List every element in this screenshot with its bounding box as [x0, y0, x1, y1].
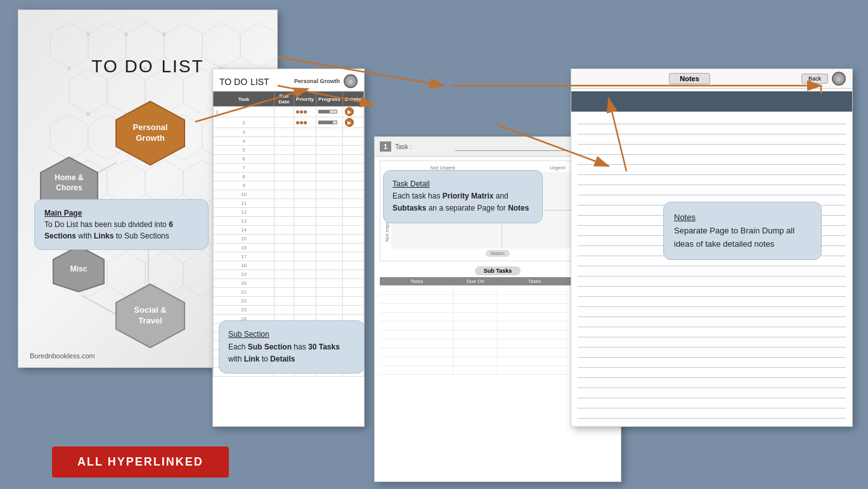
callout-sub-section: Sub Section Each Sub Section has 30 Task… [219, 320, 365, 374]
todo-row-progress [316, 146, 343, 155]
todo-row-date [274, 181, 294, 190]
todo-row-date [274, 261, 294, 270]
todo-row-priority [294, 244, 316, 252]
todo-row-details[interactable] [342, 252, 363, 261]
todo-row[interactable]: 20 [214, 279, 364, 288]
todo-row-details[interactable] [342, 306, 363, 315]
todo-row-progress [316, 244, 343, 252]
todo-row-progress [316, 208, 343, 217]
callout-main-title: Main Page [44, 209, 82, 218]
notes-line [578, 277, 846, 287]
todo-row-details[interactable] [342, 208, 363, 217]
todo-row[interactable]: 9 [214, 181, 364, 190]
todo-row-progress [316, 217, 343, 226]
todo-row[interactable]: 2▶ [214, 117, 364, 128]
subtask-cell [498, 295, 571, 303]
hex-misc[interactable]: Misc [50, 244, 107, 294]
todo-row-details[interactable] [342, 235, 363, 244]
notes-back-button[interactable]: Back [801, 74, 828, 84]
todo-row[interactable]: 4 [214, 137, 364, 146]
todo-row-details[interactable] [342, 146, 363, 155]
subtask-cell [453, 313, 498, 321]
todo-row-details[interactable] [342, 270, 363, 279]
todo-row-details[interactable]: ▶ [342, 107, 363, 117]
hex-social-travel[interactable]: Social &Travel [112, 282, 188, 350]
todo-row-priority [294, 190, 316, 199]
todo-row-details[interactable] [342, 261, 363, 270]
todo-row[interactable]: 5 [214, 146, 364, 155]
todo-row-details[interactable] [342, 173, 363, 181]
todo-row-details[interactable] [342, 155, 363, 164]
todo-row[interactable]: 19 [214, 270, 364, 279]
todo-row-number: 17 [214, 252, 275, 261]
todo-row-details[interactable] [342, 297, 363, 306]
todo-row-details[interactable] [342, 244, 363, 252]
todo-row-date [274, 117, 294, 128]
subtask-cell [380, 313, 453, 321]
todo-row-progress [316, 173, 343, 181]
todo-row-details[interactable] [342, 288, 363, 297]
notes-home-button[interactable]: ⌂ [832, 72, 846, 86]
todo-row-priority [294, 146, 316, 155]
svg-point-32 [86, 32, 90, 36]
todo-row[interactable]: 11 [214, 199, 364, 208]
todo-row-progress [316, 297, 343, 306]
todo-row-details[interactable] [342, 164, 363, 173]
todo-row-details[interactable]: ▶ [342, 117, 363, 128]
todo-row[interactable]: 21 [214, 288, 364, 297]
callout-notes-title: Notes [674, 212, 696, 222]
todo-row-priority [294, 137, 316, 146]
todo-row[interactable]: 12 [214, 208, 364, 217]
notes-line [578, 317, 846, 327]
callout-main-text: To Do List has been sub divided into 6 S… [44, 220, 173, 240]
notes-title-button[interactable]: Notes [669, 73, 710, 84]
todo-row[interactable]: 16 [214, 244, 364, 252]
todo-row[interactable]: 1▶ [214, 107, 364, 117]
todo-row-details[interactable] [342, 190, 363, 199]
subtask-cell [498, 286, 571, 294]
todo-row[interactable]: 17 [214, 252, 364, 261]
cover-footer: Borednbookless.com [30, 352, 95, 360]
todo-row-progress [316, 306, 343, 315]
todo-row-details[interactable] [342, 217, 363, 226]
todo-row-number: 14 [214, 226, 275, 235]
notes-line [578, 185, 846, 195]
todo-row-number: 2 [214, 117, 275, 128]
todo-row-progress [316, 107, 343, 117]
todo-row[interactable]: 14 [214, 226, 364, 235]
todo-row-priority [294, 128, 316, 137]
todo-row-details[interactable] [342, 226, 363, 235]
subtask-cell [380, 339, 453, 348]
hex-personal-growth[interactable]: PersonalGrowth [112, 99, 188, 167]
todo-row-details[interactable] [342, 199, 363, 208]
hex-home-chores-label: Home &Chores [55, 173, 83, 193]
todo-row-details[interactable] [342, 279, 363, 288]
subtasks-col-dueon1: Due On [453, 278, 498, 284]
callout-sub-title: Sub Section [228, 330, 269, 339]
notes-line [578, 124, 846, 134]
todo-row[interactable]: 22 [214, 297, 364, 306]
todo-row-details[interactable] [342, 181, 363, 190]
todo-row[interactable]: 15 [214, 235, 364, 244]
todo-row[interactable]: 3 [214, 128, 364, 137]
task-name-input[interactable] [455, 142, 568, 151]
todo-row[interactable]: 10 [214, 190, 364, 199]
hyperlinked-button[interactable]: ALL HYPERLINKED [52, 447, 229, 478]
todo-row[interactable]: 7 [214, 164, 364, 173]
todo-row-date [274, 199, 294, 208]
todo-row-details[interactable] [342, 128, 363, 137]
todo-row[interactable]: 8 [214, 173, 364, 181]
todo-row[interactable]: 6 [214, 155, 364, 164]
todo-home-button[interactable]: ⌂ [344, 74, 358, 88]
subtask-cell [453, 357, 498, 365]
todo-row-progress [316, 190, 343, 199]
todo-row-number: 21 [214, 288, 275, 297]
todo-row[interactable]: 13 [214, 217, 364, 226]
todo-row-date [274, 306, 294, 315]
callout-main-page: Main Page To Do List has been sub divide… [34, 199, 209, 250]
todo-row-details[interactable] [342, 137, 363, 146]
todo-row[interactable]: 18 [214, 261, 364, 270]
hex-social-travel-label: Social &Travel [134, 305, 166, 327]
todo-row[interactable]: 23 [214, 306, 364, 315]
notes-line [578, 419, 846, 427]
